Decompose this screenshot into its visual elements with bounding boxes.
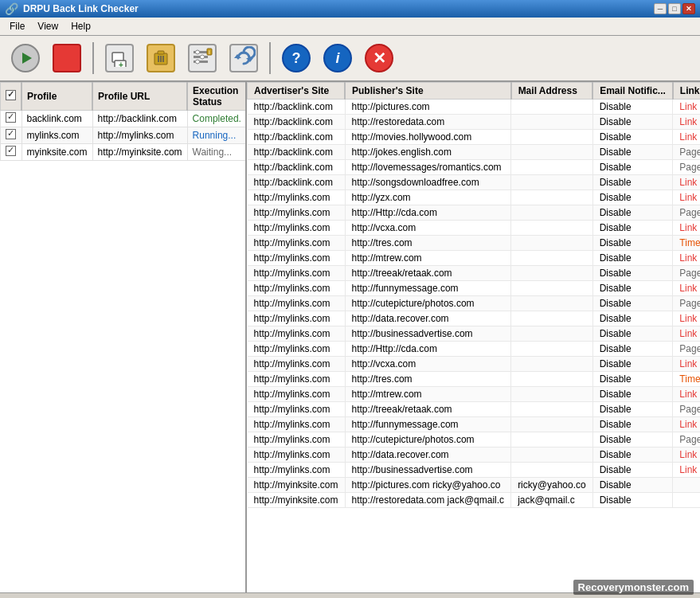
data-row[interactable]: http://myinksite.com http://restoredata.… (248, 493, 701, 508)
data-row[interactable]: http://mylinks.com http://vcxa.com Disab… (248, 221, 701, 236)
row-checkbox[interactable] (1, 111, 22, 127)
data-row[interactable]: http://mylinks.com http://vcxa.com Disab… (248, 357, 701, 372)
data-row[interactable]: http://mylinks.com http://mtrew.com Disa… (248, 251, 701, 266)
row-advertiser: http://mylinks.com (248, 417, 346, 432)
profile-scroll[interactable]: Profile Profile URL Execution Status bac… (0, 82, 245, 592)
row-execution-status: Running... (187, 127, 245, 144)
profile-row[interactable]: backlink.com http://backlink.com Complet… (1, 111, 246, 127)
row-email-notif: Disable (592, 175, 673, 190)
profile-row[interactable]: myinksite.com http://myinksite.com Waiti… (1, 144, 246, 161)
refresh-icon (229, 44, 258, 72)
row-check-icon[interactable] (6, 112, 16, 123)
row-advertiser: http://backlink.com (248, 115, 346, 130)
row-email-notif: Disable (592, 205, 673, 221)
row-publisher: http://businessadvertise.com (345, 463, 511, 478)
minimize-button[interactable]: ─ (654, 3, 667, 14)
data-row[interactable]: http://mylinks.com http://data.recover.c… (248, 448, 701, 463)
row-advertiser: http://backlink.com (248, 160, 346, 175)
data-row[interactable]: http://mylinks.com http://data.recover.c… (248, 311, 701, 326)
refresh-button[interactable] (225, 39, 263, 77)
svg-point-12 (201, 55, 205, 59)
row-check-icon[interactable] (6, 129, 16, 139)
row-advertiser: http://mylinks.com (248, 281, 346, 296)
menu-file[interactable]: File (3, 19, 31, 33)
row-checkbox[interactable] (1, 144, 22, 161)
data-row[interactable]: http://backlink.com http://movies.hollyw… (248, 130, 701, 145)
row-link-status: Page cannot be d (673, 296, 700, 311)
row-link-status: Page cannot be d (673, 160, 700, 175)
title-bar-controls: ─ □ ✕ (654, 3, 695, 14)
data-row[interactable]: http://backlink.com http://pictures.com … (248, 100, 701, 115)
help-button[interactable]: ? (277, 39, 315, 77)
row-mail (511, 251, 593, 266)
select-all-checkbox[interactable] (6, 90, 16, 100)
row-advertiser: http://mylinks.com (248, 296, 346, 311)
row-publisher: http://data.recover.com (345, 311, 511, 326)
data-row[interactable]: http://backlink.com http://songsdownload… (248, 175, 701, 190)
row-advertiser: http://mylinks.com (248, 205, 346, 221)
profile-header-checkbox (1, 83, 22, 111)
data-row[interactable]: http://mylinks.com http://tres.com Disab… (248, 236, 701, 251)
maximize-button[interactable]: □ (668, 3, 681, 14)
data-row[interactable]: http://mylinks.com http://businessadvert… (248, 463, 701, 478)
data-row[interactable]: http://mylinks.com http://yzx.com Disabl… (248, 190, 701, 205)
delete-button[interactable] (142, 39, 180, 77)
data-row[interactable]: http://mylinks.com http://treeak/retaak.… (248, 402, 701, 417)
row-email-notif: Disable (592, 478, 673, 493)
data-row[interactable]: http://mylinks.com http://treeak/retaak.… (248, 266, 701, 281)
data-col-status: Link Status (673, 83, 700, 100)
data-row[interactable]: http://mylinks.com http://cutepicture/ph… (248, 296, 701, 311)
data-row[interactable]: http://backlink.com http://lovemessages/… (248, 160, 701, 175)
add-button[interactable]: + (100, 39, 139, 77)
row-mail (511, 326, 593, 342)
row-mail (511, 342, 593, 357)
data-row[interactable]: http://mylinks.com http://funnymessage.c… (248, 281, 701, 296)
row-publisher: http://cutepicture/photos.com (345, 432, 511, 448)
row-link-status: Link Not Found (673, 326, 700, 342)
settings-button[interactable]: i (183, 39, 221, 77)
row-mail (511, 130, 593, 145)
data-row[interactable]: http://mylinks.com http://Http://cda.com… (248, 205, 701, 221)
exit-button[interactable]: ✕ (360, 39, 398, 77)
row-link-status: Page cannot be d (673, 342, 700, 357)
stop-button[interactable] (48, 39, 86, 77)
row-check-icon[interactable] (6, 146, 16, 156)
start-button[interactable] (6, 39, 45, 77)
data-row[interactable]: http://mylinks.com http://mtrew.com Disa… (248, 387, 701, 402)
row-link-status: Link Not Found (673, 175, 700, 190)
row-mail (511, 236, 593, 251)
row-mail (511, 100, 593, 115)
row-advertiser: http://mylinks.com (248, 326, 346, 342)
info-button[interactable]: i (319, 39, 357, 77)
row-publisher: http://data.recover.com (345, 448, 511, 463)
data-scroll[interactable]: Advertiser's Site Publisher's Site Mail … (247, 82, 700, 592)
data-row[interactable]: http://backlink.com http://jokes.english… (248, 145, 701, 160)
data-row[interactable]: http://backlink.com http://restoredata.c… (248, 115, 701, 130)
menu-help[interactable]: Help (65, 19, 97, 33)
row-link-status: Link Not Found (673, 190, 700, 205)
data-row[interactable]: http://myinksite.com http://pictures.com… (248, 478, 701, 493)
row-checkbox[interactable] (1, 127, 22, 144)
row-advertiser: http://mylinks.com (248, 402, 346, 417)
menu-view[interactable]: View (31, 19, 65, 33)
close-window-button[interactable]: ✕ (682, 3, 695, 14)
data-row[interactable]: http://mylinks.com http://funnymessage.c… (248, 417, 701, 432)
row-publisher: http://jokes.english.com (345, 145, 511, 160)
row-email-notif: Disable (592, 130, 673, 145)
row-link-status: Link Not Found (673, 448, 700, 463)
profile-row[interactable]: mylinks.com http://mylinks.com Running..… (1, 127, 246, 144)
toolbar-separator-1 (92, 42, 94, 74)
row-link-status (673, 493, 700, 508)
data-row[interactable]: http://mylinks.com http://Http://cda.com… (248, 342, 701, 357)
row-mail (511, 402, 593, 417)
data-row[interactable]: http://mylinks.com http://businessadvert… (248, 326, 701, 342)
row-email-notif: Disable (592, 236, 673, 251)
svg-text:i: i (209, 49, 210, 56)
data-row[interactable]: http://mylinks.com http://tres.com Disab… (248, 372, 701, 387)
data-table: Advertiser's Site Publisher's Site Mail … (247, 82, 700, 508)
data-row[interactable]: http://mylinks.com http://cutepicture/ph… (248, 432, 701, 448)
row-publisher: http://treeak/retaak.com (345, 266, 511, 281)
row-publisher: http://songsdownloadfree.com (345, 175, 511, 190)
row-mail (511, 160, 593, 175)
row-mail (511, 372, 593, 387)
